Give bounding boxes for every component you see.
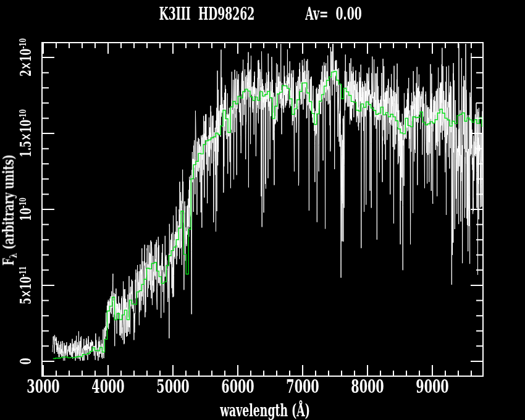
extinction-label: Av= xyxy=(305,4,328,23)
y-tick-label: 2×10-10 xyxy=(19,28,33,87)
plot-title-text: K3III HD98262 xyxy=(159,6,255,22)
x-axis-title: wavelength (Å) xyxy=(195,402,335,419)
y-axis-title-symbol: F xyxy=(0,258,17,266)
y-tick-label: 0 xyxy=(19,356,33,367)
y-tick-label: 5×10-11 xyxy=(19,256,33,315)
extinction-value: 0.00 xyxy=(336,4,362,23)
extinction-readout: Av= 0.00 xyxy=(290,6,378,22)
y-axis-title-units: (arbitrary units) xyxy=(0,154,17,253)
x-tick-label: 5000 xyxy=(147,377,199,396)
plot-title: K3III HD98262 xyxy=(132,6,282,22)
x-tick-label: 4000 xyxy=(82,377,134,396)
x-tick-label: 7000 xyxy=(277,377,329,396)
x-tick-label: 8000 xyxy=(342,377,393,396)
y-axis-title: Fλ (arbitrary units) xyxy=(1,131,19,290)
x-tick-label: 6000 xyxy=(212,377,264,396)
x-tick-label: 3000 xyxy=(17,377,69,396)
spectrum-plot-canvas xyxy=(0,0,525,420)
y-tick-label: 10-10 xyxy=(19,191,33,227)
y-tick-label: 1.5×10-10 xyxy=(19,96,33,170)
y-axis-title-subscript: λ xyxy=(7,253,19,258)
x-tick-label: 9000 xyxy=(406,377,458,396)
spectrum-plot-window: K3III HD98262 Av= 0.00 wavelength (Å) Fλ… xyxy=(0,0,525,420)
